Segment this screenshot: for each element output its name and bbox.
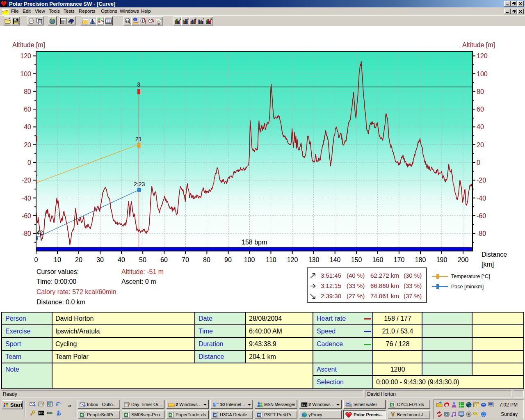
svg-text:20: 20 <box>75 256 82 263</box>
svg-text:(40 %): (40 %) <box>347 272 365 279</box>
svg-text:190: 190 <box>436 256 447 263</box>
svg-text:42: 42 <box>37 229 43 236</box>
svg-text:Pace [min/km]: Pace [min/km] <box>451 284 484 290</box>
svg-text:2:23: 2:23 <box>134 181 145 187</box>
svg-text:66.860 km: 66.860 km <box>370 282 399 289</box>
svg-text:40: 40 <box>24 123 31 130</box>
svg-text:Calory rate: 572 kcal/60min: Calory rate: 572 kcal/60min <box>37 288 116 295</box>
svg-text:Time: 0:00:00: Time: 0:00:00 <box>37 278 76 285</box>
svg-text:74.861 km: 74.861 km <box>370 292 399 299</box>
svg-text:50: 50 <box>139 256 146 263</box>
svg-text:(33 %): (33 %) <box>347 282 365 289</box>
svg-text:[km]: [km] <box>482 261 494 268</box>
svg-text:40: 40 <box>118 256 125 263</box>
svg-text:C:\: C:\ <box>302 403 307 406</box>
svg-text:40: 40 <box>477 123 484 130</box>
svg-text:(27 %): (27 %) <box>347 292 365 299</box>
svg-text:2:39:30: 2:39:30 <box>321 292 341 299</box>
svg-text:80: 80 <box>203 256 210 263</box>
svg-text:-60: -60 <box>22 212 31 219</box>
svg-text:70: 70 <box>182 256 189 263</box>
svg-text:(30 %): (30 %) <box>404 272 422 279</box>
svg-text:21: 21 <box>135 136 142 142</box>
svg-text:C:\: C:\ <box>39 412 44 415</box>
svg-text:e: e <box>56 401 59 407</box>
svg-text:(33 %): (33 %) <box>404 282 422 289</box>
svg-text:170: 170 <box>394 256 405 263</box>
svg-text:Ascent: 0 m: Ascent: 0 m <box>121 278 156 285</box>
svg-text:158 bpm: 158 bpm <box>242 239 267 246</box>
svg-text:0: 0 <box>27 159 31 166</box>
svg-text:100: 100 <box>20 71 31 78</box>
svg-text:-40: -40 <box>477 195 486 202</box>
svg-text:60: 60 <box>24 106 31 113</box>
svg-text:3:12:15: 3:12:15 <box>321 282 341 289</box>
svg-text:0: 0 <box>34 256 38 263</box>
svg-text:80: 80 <box>24 88 31 95</box>
svg-text:20: 20 <box>477 142 484 148</box>
svg-text:-80: -80 <box>477 230 486 237</box>
svg-text:-60: -60 <box>477 212 486 219</box>
svg-text:-20: -20 <box>22 177 31 184</box>
svg-text:Distance: Distance <box>482 251 507 258</box>
svg-text:90: 90 <box>224 256 232 263</box>
svg-text:150: 150 <box>351 256 362 263</box>
svg-text:130: 130 <box>308 256 320 263</box>
svg-text:3: 3 <box>137 81 140 88</box>
svg-text:Temperature [°C]: Temperature [°C] <box>451 274 490 279</box>
svg-text:62.272 km: 62.272 km <box>370 272 399 279</box>
svg-text:-40: -40 <box>22 195 31 202</box>
svg-text:110: 110 <box>266 256 276 263</box>
svg-text:100: 100 <box>477 71 488 78</box>
svg-text:120: 120 <box>287 256 298 263</box>
svg-text:Altitude [m]: Altitude [m] <box>462 41 495 48</box>
svg-text:-80: -80 <box>22 230 31 237</box>
svg-text:W: W <box>258 413 261 417</box>
svg-text:3:51:45: 3:51:45 <box>321 272 341 279</box>
svg-text:100: 100 <box>244 256 255 263</box>
svg-text:160: 160 <box>372 256 383 263</box>
svg-text:Altitude: -51 m: Altitude: -51 m <box>121 268 164 275</box>
svg-text:180: 180 <box>415 256 426 263</box>
svg-text:120: 120 <box>20 52 31 59</box>
svg-text:20: 20 <box>24 142 31 148</box>
svg-text:10: 10 <box>54 256 61 263</box>
svg-text:0: 0 <box>477 159 480 166</box>
svg-text:60: 60 <box>160 256 168 263</box>
svg-text:Cursor values:: Cursor values: <box>37 268 79 275</box>
svg-text:80: 80 <box>477 88 484 95</box>
svg-text:60: 60 <box>477 106 484 113</box>
svg-text:30: 30 <box>96 256 104 263</box>
svg-text:W: W <box>214 413 217 417</box>
svg-text:140: 140 <box>330 256 341 263</box>
svg-text:200: 200 <box>458 256 469 263</box>
svg-text:Altitude [m]: Altitude [m] <box>12 41 45 48</box>
svg-text:(37 %): (37 %) <box>404 292 422 299</box>
svg-text:e: e <box>213 402 216 408</box>
svg-text:Distance: 0.0 km: Distance: 0.0 km <box>37 299 85 306</box>
svg-text:-20: -20 <box>477 177 486 184</box>
svg-text:120: 120 <box>477 52 488 59</box>
